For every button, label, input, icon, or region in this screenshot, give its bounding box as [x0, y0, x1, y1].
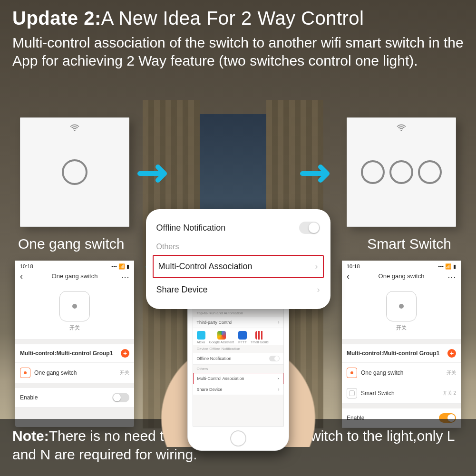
chevron-right-icon: › — [315, 262, 318, 272]
group-header-row: Multi-control:Multi-control Group1 + — [342, 344, 461, 363]
settings-popup: Offline Notification Others Multi-Contro… — [146, 209, 330, 309]
toggle-off-icon[interactable] — [269, 356, 280, 361]
app-screenshot-left: 10:18••• 📶 ▮ One gang switch 开关 Multi-co… — [15, 261, 134, 427]
home-button-icon[interactable] — [230, 430, 246, 447]
arrow-right-icon — [300, 162, 340, 185]
integrations-row: Alexa Google Assistant IFTTT Tmall Genie — [193, 328, 283, 345]
device-tile-icon — [386, 291, 417, 321]
popup-row-share[interactable]: Share Device› — [146, 279, 330, 301]
device-icon — [347, 368, 357, 378]
switch-plate-three-gang — [347, 117, 456, 227]
section-label: Others — [193, 365, 283, 373]
group-header-row: Multi-control:Multi-control Group1 + — [15, 344, 134, 363]
wifi-icon — [396, 124, 407, 134]
section-label: Tap-to-Run and Automation — [193, 309, 283, 317]
svg-point-1 — [401, 130, 402, 131]
device-hero: 开关 — [342, 283, 461, 340]
phone-screen: Tap-to-Run and Automation Third-party Co… — [193, 309, 284, 427]
alexa-icon — [197, 331, 205, 340]
status-bar: 10:18••• 📶 ▮ — [15, 261, 134, 271]
google-icon — [217, 331, 226, 340]
wifi-icon — [69, 124, 80, 134]
screen-title: One gang switch — [342, 271, 461, 283]
plate-label-left: One gang switch — [18, 236, 124, 252]
enable-row: Enable — [15, 388, 134, 408]
tmall-icon — [255, 331, 264, 340]
header: Update 2:A New Idea For 2 Way Control Mu… — [0, 0, 476, 78]
device-row: One gang switch 开关 — [342, 363, 461, 383]
touch-button-icon — [361, 160, 385, 184]
status-bar: 10:18••• 📶 ▮ — [342, 261, 461, 271]
add-icon[interactable]: + — [447, 349, 456, 358]
device-tile-icon — [59, 291, 90, 321]
subheadline: Multi-control association of the switch … — [12, 34, 464, 69]
phone-mockup: Tap-to-Run and Automation Third-party Co… — [187, 294, 289, 451]
list-row: Offline Notification — [193, 353, 283, 365]
device-icon — [347, 388, 357, 398]
device-icon — [20, 368, 30, 378]
chevron-right-icon: › — [317, 285, 320, 295]
ifttt-icon — [238, 331, 247, 340]
list-row[interactable]: Share Device› — [193, 384, 283, 395]
device-row: Smart Switch 开关 2 — [342, 383, 461, 404]
screen-title: One gang switch — [15, 271, 134, 283]
add-icon[interactable]: + — [121, 349, 129, 358]
touch-button-icon — [389, 160, 413, 184]
list-row: Third-party Control› — [193, 317, 283, 328]
svg-point-0 — [74, 130, 76, 131]
list-row-highlighted[interactable]: Multi-Control Association› — [193, 373, 283, 384]
section-label: Device Offline Notification — [193, 345, 283, 353]
switch-plate-one-gang — [20, 117, 129, 227]
popup-row-offline: Offline Notification — [146, 216, 330, 240]
device-hero: 开关 — [15, 283, 134, 340]
popup-section-label: Others — [146, 240, 330, 254]
popup-row-highlighted[interactable]: Multi-Control Association› — [153, 255, 324, 278]
app-screenshot-right: 10:18••• 📶 ▮ One gang switch 开关 Multi-co… — [342, 261, 461, 427]
arrow-right-icon — [137, 162, 177, 185]
device-row: One gang switch 开关 — [15, 363, 134, 383]
touch-button-icon — [418, 160, 442, 184]
toggle-off-icon[interactable] — [112, 393, 129, 402]
headline: Update 2:A New Idea For 2 Way Control — [12, 8, 464, 29]
toggle-off-icon[interactable] — [299, 222, 320, 234]
touch-button-icon — [62, 159, 87, 185]
product-infographic: Update 2:A New Idea For 2 Way Control Mu… — [0, 0, 476, 476]
plate-label-right: Smart Switch — [367, 236, 451, 252]
